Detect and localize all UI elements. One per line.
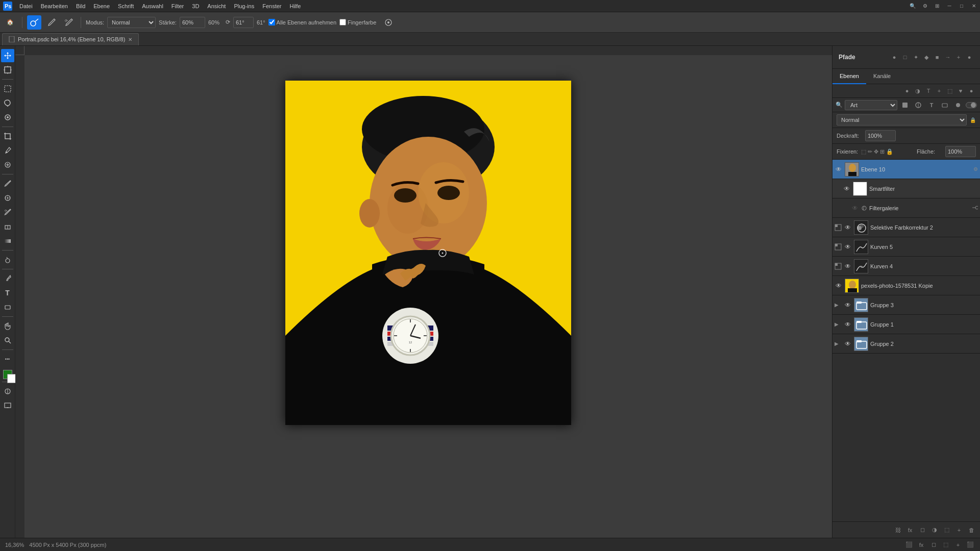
more-btn[interactable]: ●	[967, 86, 976, 95]
hand-tool[interactable]	[1, 319, 14, 333]
fx-btn[interactable]: fx	[917, 540, 926, 549]
paths-plus-btn[interactable]: +	[954, 53, 963, 62]
menu-hilfe[interactable]: Hilfe	[285, 0, 305, 12]
new-layer-btn[interactable]: +	[954, 525, 964, 535]
minimize-btn[interactable]: ─	[943, 0, 955, 12]
marquee-tool[interactable]	[1, 82, 14, 95]
pen-tool[interactable]	[1, 272, 14, 285]
status-btn2[interactable]: +	[953, 540, 963, 549]
layer-eye-ebene10[interactable]: 👁	[835, 165, 843, 173]
smart-filter-btn[interactable]	[952, 99, 964, 111]
search-btn[interactable]: 🔍	[906, 0, 919, 12]
all-layers-checkbox[interactable]: Alle Ebenen aufnehmen	[268, 19, 336, 26]
paths-arrow-btn[interactable]: →	[943, 53, 952, 62]
ebene10-options[interactable]: ⚙	[973, 166, 978, 172]
home-icon[interactable]: 🏠	[3, 15, 17, 30]
status-mask-btn[interactable]: ◻	[929, 540, 938, 549]
menu-bearbeiten[interactable]: Bearbeiten	[37, 0, 72, 12]
lock-transparency-icon[interactable]: ⬚	[861, 148, 866, 155]
lasso-tool[interactable]	[1, 96, 14, 110]
extra-tools[interactable]: •••	[1, 353, 14, 366]
layer-gruppe3[interactable]: ▶ 👁 Gruppe 3	[832, 295, 980, 315]
fav-btn[interactable]: ♥	[956, 86, 965, 95]
layer-eye-photo[interactable]: 👁	[835, 282, 843, 290]
arrange-btn[interactable]: ⊞	[931, 0, 943, 12]
layer-eye-kurven5[interactable]: 👁	[844, 243, 852, 251]
link-layers-btn[interactable]: ⛓	[893, 525, 902, 535]
workspace-btn[interactable]: ⚙	[919, 0, 931, 12]
lock-all-icon[interactable]: 🔒	[886, 148, 893, 155]
shape-filter-btn[interactable]	[939, 99, 950, 111]
layer-selektive2[interactable]: 👁 Selektive Farbkorrektur 2	[832, 218, 980, 237]
canvas-image[interactable]: 12	[285, 81, 571, 425]
gruppe3-expand[interactable]: ▶	[835, 302, 842, 308]
tab-close[interactable]: ✕	[128, 37, 132, 42]
layer-kurven4[interactable]: 👁 Kurven 4	[832, 257, 980, 276]
opacity-input[interactable]	[865, 130, 896, 141]
eyedropper-tool[interactable]	[1, 144, 14, 157]
layer-ebene10[interactable]: 👁 Ebene 10 ⚙	[832, 160, 980, 179]
gruppe2-expand[interactable]: ▶	[835, 341, 842, 346]
paths-circle-btn[interactable]: ●	[890, 53, 899, 62]
smudge-tool-icon[interactable]	[27, 15, 41, 30]
layer-filtergalerie[interactable]: 👁 Filtergalerie	[832, 198, 980, 218]
new-fill-layer-btn[interactable]: ◑	[930, 525, 939, 535]
new-fill-btn[interactable]: ●	[902, 86, 912, 95]
layer-gruppe2[interactable]: ▶ 👁 Gruppe 2	[832, 334, 980, 354]
paths-close-btn[interactable]: ●	[965, 53, 974, 62]
document-tab[interactable]: Portrait.psdc bei 16,4% (Ebene 10, RGB/8…	[2, 33, 139, 45]
close-btn[interactable]: ✕	[968, 0, 980, 12]
menu-fenster[interactable]: Fenster	[258, 0, 285, 12]
delete-layer-btn[interactable]: 🗑	[967, 525, 976, 535]
tab-ebenen[interactable]: Ebenen	[832, 69, 866, 84]
layer-eye-smartfilter[interactable]: 👁	[843, 185, 851, 193]
layer-eye-filtergalerie[interactable]: 👁	[851, 204, 859, 212]
layer-eye-gruppe3[interactable]: 👁	[844, 301, 852, 309]
shape-tool[interactable]	[1, 300, 14, 314]
quick-mask-tool[interactable]	[1, 385, 14, 398]
new-group-btn[interactable]: ⬚	[942, 525, 951, 535]
text-filter-btn[interactable]: T	[926, 99, 937, 111]
move-tool[interactable]	[1, 49, 14, 62]
menu-auswahl[interactable]: Auswahl	[138, 0, 167, 12]
adjustment-filter-btn[interactable]	[913, 99, 924, 111]
mode-select[interactable]: Normal Multiplizieren Abdunkeln	[107, 17, 156, 28]
folder-btn[interactable]: ⬚	[945, 86, 954, 95]
lock-position-icon[interactable]: ✥	[874, 148, 878, 155]
gradient-tool[interactable]	[1, 234, 14, 247]
strength-input[interactable]	[180, 17, 205, 28]
text-tool[interactable]: T	[1, 286, 14, 299]
layer-smartfilter[interactable]: 👁 Smartfilter	[832, 179, 980, 198]
add-style-btn[interactable]: fx	[905, 525, 915, 535]
layer-eye-kurven4[interactable]: 👁	[844, 262, 852, 270]
paths-rect-btn[interactable]: □	[900, 53, 910, 62]
paths-diamond-btn[interactable]: ◆	[922, 53, 931, 62]
maximize-btn[interactable]: □	[955, 0, 968, 12]
toggle-filter-btn[interactable]	[966, 99, 977, 111]
paths-star-btn[interactable]: ✦	[911, 53, 920, 62]
crop-tool[interactable]	[1, 130, 14, 143]
brush-tool[interactable]	[1, 177, 14, 190]
status-btn1[interactable]: ⬚	[941, 540, 950, 549]
layer-photo-kopie[interactable]: 👁 pexels-photo-1578531 Kopie	[832, 276, 980, 295]
blend-mode-select[interactable]: Normal	[837, 114, 967, 126]
dodge-burn-tool[interactable]	[1, 253, 14, 266]
lock-brush-icon[interactable]: ✏	[868, 148, 872, 155]
history-brush-tool[interactable]: ⟳	[1, 206, 14, 219]
layer-kurven5[interactable]: 👁 Kurven 5	[832, 237, 980, 257]
brush-icon[interactable]	[44, 15, 59, 30]
brush-settings-icon[interactable]	[381, 15, 396, 30]
adjustment-btn[interactable]: ◑	[913, 86, 922, 95]
lock-artboard-icon[interactable]: ⊞	[880, 148, 885, 155]
artboard-tool[interactable]	[1, 63, 14, 77]
menu-ebene[interactable]: Ebene	[89, 0, 114, 12]
healing-tool[interactable]	[1, 158, 14, 171]
add-mask-btn[interactable]: ◻	[918, 525, 927, 535]
angle-input[interactable]	[233, 17, 254, 28]
clone-tool[interactable]	[1, 191, 14, 205]
layer-eye-gruppe1[interactable]: 👁	[844, 320, 852, 329]
menu-ansicht[interactable]: Ansicht	[203, 0, 230, 12]
text-layer-btn[interactable]: T	[924, 86, 933, 95]
canvas-content[interactable]: 12	[24, 55, 832, 538]
zoom-tool[interactable]	[1, 334, 14, 347]
